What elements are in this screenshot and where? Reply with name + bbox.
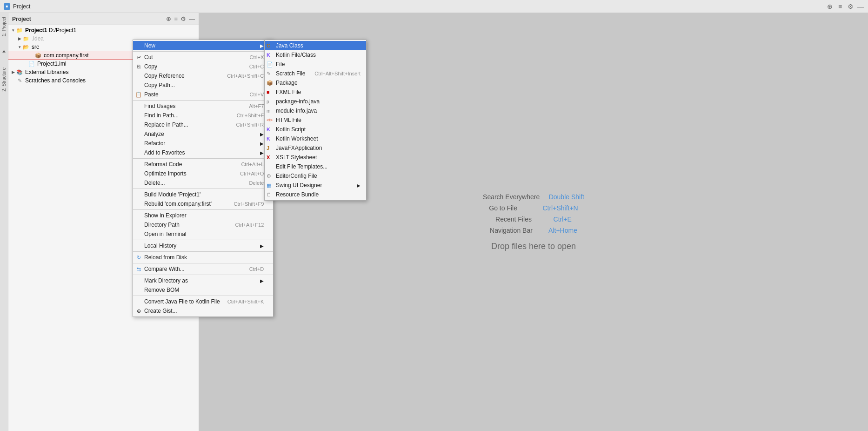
- menu-item-build-module[interactable]: Build Module 'Project1': [133, 190, 273, 199]
- panel-icon-gear[interactable]: ⚙: [180, 15, 186, 22]
- submenu-item-swing[interactable]: ▦ Swing UI Designer ▶: [265, 181, 366, 190]
- menu-arrow-mark-dir: ▶: [260, 278, 264, 283]
- drop-hint: Search Everywhere Double Shift Go to Fil…: [483, 193, 584, 251]
- menu-item-compare[interactable]: ⇆ Compare With... Ctrl+D: [133, 264, 273, 274]
- file-icon-iml: 📄: [28, 60, 35, 67]
- menu-item-copy-label: Copy: [144, 63, 242, 70]
- tree-arrow-ext-libs: ▶: [10, 70, 16, 74]
- panel-icon-globe[interactable]: ⊕: [166, 15, 171, 22]
- menu-item-cut[interactable]: ✂ Cut Ctrl+X: [133, 53, 273, 62]
- menu-item-copy-ref-label: Copy Reference: [144, 73, 220, 79]
- submenu-item-xslt-label: XSLT Stylesheet: [276, 154, 361, 161]
- menu-item-find-usages[interactable]: Find Usages Alt+F7: [133, 101, 273, 111]
- submenu-item-edit-templates-label: Edit File Templates...: [276, 163, 361, 170]
- submenu-item-kotlin-script-label: Kotlin Script: [276, 126, 361, 133]
- sidebar-tab-favorites[interactable]: ★: [1, 49, 7, 54]
- menu-item-convert-kotlin-label: Convert Java File to Kotlin File: [144, 298, 220, 305]
- menu-item-paste-label: Paste: [144, 91, 242, 98]
- menu-item-create-gist[interactable]: ⊕ Create Gist...: [133, 306, 273, 316]
- submenu-item-package[interactable]: 📦 Package: [265, 78, 366, 88]
- sidebar-tab-structure[interactable]: 2: Structure: [1, 67, 7, 92]
- menu-arrow-favorites: ▶: [260, 150, 264, 155]
- menu-item-replace-path[interactable]: Replace in Path... Ctrl+Shift+R: [133, 120, 273, 129]
- title-bar-controls: ⊕ ≡ ⚙ —: [826, 3, 864, 10]
- submenu-item-kotlin-file[interactable]: K Kotlin File/Class: [265, 50, 366, 60]
- submenu-item-package-info-label: package-info.java: [276, 98, 361, 105]
- menu-item-open-terminal-label: Open in Terminal: [144, 231, 264, 237]
- folder-src-icon: 📂: [22, 43, 30, 51]
- submenu-item-html[interactable]: </> HTML File: [265, 115, 366, 125]
- title-bar-text: Project: [13, 3, 30, 10]
- menu-item-rebuild[interactable]: Rebuild 'com.company.first' Ctrl+Shift+F…: [133, 199, 273, 209]
- menu-item-delete[interactable]: Delete... Delete: [133, 178, 273, 188]
- menu-item-build-module-label: Build Module 'Project1': [144, 191, 264, 198]
- menu-item-refactor[interactable]: Refactor ▶: [133, 139, 273, 148]
- submenu-item-edit-templates[interactable]: Edit File Templates...: [265, 162, 366, 171]
- menu-item-optimize[interactable]: Optimize Imports Ctrl+Alt+O: [133, 169, 273, 178]
- submenu-item-module-info[interactable]: m module-info.java: [265, 106, 366, 115]
- submenu-item-fxml[interactable]: ■ FXML File: [265, 88, 366, 97]
- project-panel-header: Project ⊕ ≡ ⚙ —: [8, 13, 199, 25]
- tree-label-package: com.company.first: [44, 52, 88, 59]
- submenu-item-scratch[interactable]: ✎ Scratch File Ctrl+Alt+Shift+Insert: [265, 69, 366, 78]
- menu-item-dir-path[interactable]: Directory Path Ctrl+Alt+F12: [133, 220, 273, 229]
- javafx-icon: J: [267, 145, 269, 151]
- submenu-item-scratch-label: Scratch File: [276, 70, 314, 77]
- menu-item-copy-path[interactable]: Copy Path...: [133, 81, 273, 90]
- menu-item-find-path[interactable]: Find in Path... Ctrl+Shift+F: [133, 111, 273, 120]
- submenu-item-kotlin-script[interactable]: K Kotlin Script: [265, 125, 366, 134]
- tree-arrow-idea: ▶: [17, 36, 22, 41]
- menu-sep-10: [133, 296, 273, 296]
- menu-item-new-label: New: [144, 42, 258, 49]
- gear-icon[interactable]: ⚙: [847, 3, 854, 10]
- pin-btn[interactable]: ⊕: [826, 3, 834, 10]
- submenu-item-file-label: File: [276, 61, 361, 67]
- menu-item-paste[interactable]: 📋 Paste Ctrl+V: [133, 90, 273, 99]
- editorconfig-icon: ⚙: [267, 173, 271, 179]
- menu-item-copy-path-label: Copy Path...: [144, 82, 264, 88]
- minimize-btn[interactable]: —: [857, 3, 864, 10]
- kotlin-worksheet-icon: K: [267, 136, 270, 141]
- submenu-item-javafx[interactable]: J JavaFXApplication: [265, 143, 366, 153]
- favorites-sidebar: 1: Project ★ 2: Structure: [0, 13, 8, 431]
- panel-icon-close[interactable]: —: [189, 15, 195, 22]
- settings-layout-btn[interactable]: ≡: [836, 3, 844, 10]
- submenu-item-package-info[interactable]: p package-info.java: [265, 97, 366, 106]
- menu-item-copy[interactable]: ⎘ Copy Ctrl+C: [133, 62, 273, 71]
- menu-item-reformat[interactable]: Reformat Code Ctrl+Alt+L: [133, 160, 273, 169]
- sidebar-tab-project[interactable]: 1: Project: [1, 17, 7, 36]
- menu-item-copy-ref[interactable]: Copy Reference Ctrl+Alt+Shift+C: [133, 71, 273, 81]
- submenu-item-java-class[interactable]: C Java Class: [265, 41, 366, 50]
- ext-libs-icon: 📚: [16, 68, 23, 76]
- menu-sep-6: [133, 240, 273, 240]
- menu-item-open-terminal[interactable]: Open in Terminal: [133, 229, 273, 239]
- submenu-item-editorconfig[interactable]: ⚙ EditorConfig File: [265, 171, 366, 181]
- main-layout: 1: Project ★ 2: Structure Project ⊕ ≡ ⚙ …: [0, 13, 868, 431]
- menu-item-show-explorer[interactable]: Show in Explorer: [133, 211, 273, 220]
- menu-item-new[interactable]: New ▶: [133, 41, 273, 50]
- menu-item-mark-dir[interactable]: Mark Directory as ▶: [133, 276, 273, 285]
- panel-icon-sort[interactable]: ≡: [174, 15, 178, 22]
- menu-item-reload[interactable]: ↻ Reload from Disk: [133, 253, 273, 262]
- java-class-icon: C: [267, 43, 270, 48]
- menu-item-convert-kotlin[interactable]: Convert Java File to Kotlin File Ctrl+Al…: [133, 297, 273, 306]
- menu-arrow-analyze: ▶: [260, 132, 264, 137]
- menu-item-replace-path-label: Replace in Path...: [144, 121, 228, 128]
- menu-item-paste-shortcut: Ctrl+V: [249, 92, 264, 97]
- menu-item-add-favorites[interactable]: Add to Favorites ▶: [133, 148, 273, 157]
- menu-item-analyze[interactable]: Analyze ▶: [133, 129, 273, 139]
- tree-item-project1[interactable]: ▾ 📁 Project1 D:/Project1: [8, 26, 199, 34]
- menu-item-local-history[interactable]: Local History ▶: [133, 241, 273, 250]
- submenu-item-html-label: HTML File: [276, 117, 361, 123]
- submenu-item-kotlin-worksheet[interactable]: K Kotlin Worksheet: [265, 134, 366, 143]
- menu-item-remove-bom-label: Remove BOM: [144, 287, 264, 293]
- submenu-item-file[interactable]: 📄 File: [265, 60, 366, 69]
- menu-sep-1: [133, 51, 273, 52]
- submenu-item-xslt[interactable]: X XSLT Stylesheet: [265, 153, 366, 162]
- submenu-item-resource-bundle[interactable]: 🗒 Resource Bundle: [265, 190, 366, 199]
- menu-sep-8: [133, 263, 273, 263]
- html-icon: </>: [267, 118, 273, 122]
- submenu-item-editorconfig-label: EditorConfig File: [276, 173, 361, 179]
- menu-item-remove-bom[interactable]: Remove BOM: [133, 285, 273, 295]
- submenu-item-kotlin-worksheet-label: Kotlin Worksheet: [276, 135, 361, 142]
